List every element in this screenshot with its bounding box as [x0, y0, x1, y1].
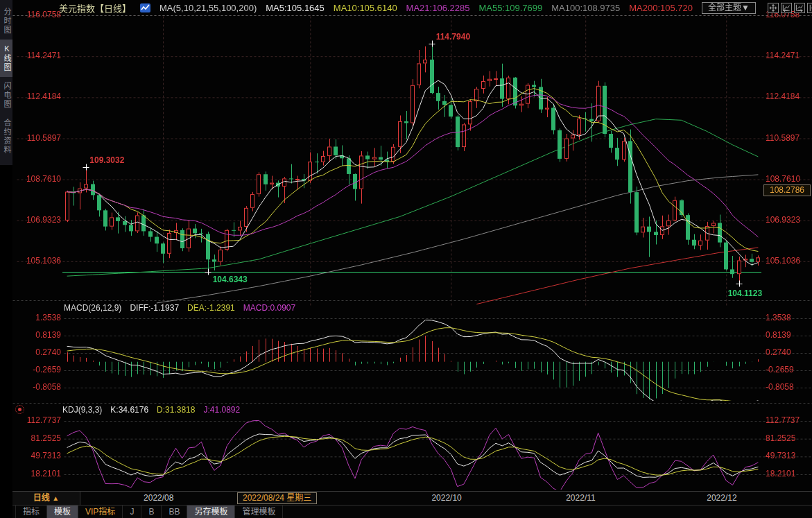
bottom-tab-bar: 指标模板VIP指标JBBB另存模板管理模板: [12, 505, 812, 518]
period-label: 日线: [33, 493, 50, 503]
ma-value-3: MA55:109.7699: [478, 3, 542, 13]
candlestick-chart-canvas[interactable]: [0, 0, 812, 491]
x-axis-date-2022/08: 2022/08: [144, 493, 173, 503]
period-arrow-icon: ▲: [52, 494, 59, 502]
bottom-tab-J[interactable]: J: [123, 506, 141, 518]
bottom-tab-BB[interactable]: BB: [162, 506, 187, 518]
x-axis-row: 日线 ▲ 2022/082022/102022/112022/122022/08…: [12, 491, 812, 506]
chart-header: 美元指数【日线】 MA(5,10,21,55,100,200) MA5:105.…: [12, 0, 812, 15]
ma-value-2: MA21:106.2285: [406, 3, 470, 13]
left-sidebar: 分时图K线图闪电图合约资料: [0, 0, 12, 518]
expand-x-axis-icon[interactable]: [794, 3, 805, 13]
pan-right-icon[interactable]: [807, 3, 812, 13]
ma-values-group: MA5:105.1645MA10:105.6140MA21:106.2285MA…: [266, 3, 693, 13]
line-chart-icon: [140, 3, 150, 12]
bottom-tab-另存模板[interactable]: 另存模板: [187, 506, 235, 518]
ma-value-5: MA200:105.720: [629, 3, 693, 13]
sidebar-item-闪电图[interactable]: 闪电图: [0, 77, 12, 114]
chart-tool-buttons: [768, 3, 812, 13]
x-axis-date-2022/12: 2022/12: [707, 493, 736, 503]
x-axis-highlighted-date: 2022/08/24 星期三: [237, 492, 317, 504]
sidebar-item-合约资料[interactable]: 合约资料: [0, 114, 12, 159]
bottom-tab-管理模板[interactable]: 管理模板: [235, 506, 283, 518]
ma-value-1: MA10:105.6140: [334, 3, 397, 13]
x-axis-date-2022/10: 2022/10: [431, 493, 461, 503]
bottom-tab-B[interactable]: B: [141, 506, 162, 518]
record-dot-icon[interactable]: [15, 405, 24, 414]
ma-settings-label: MA(5,10,21,55,100,200): [159, 3, 257, 13]
symbol-title: 美元指数【日线】: [59, 1, 131, 15]
bottom-tab-模板[interactable]: 模板: [47, 506, 78, 518]
compress-x-axis-icon[interactable]: [781, 3, 792, 13]
x-axis-date-2022/11: 2022/11: [566, 493, 596, 503]
ma-value-0: MA5:105.1645: [266, 3, 325, 13]
move-crosshair-icon[interactable]: [768, 3, 779, 13]
all-themes-button[interactable]: 全部主题▼: [702, 2, 756, 14]
sidebar-item-K线图[interactable]: K线图: [0, 40, 12, 77]
bottom-tab-指标[interactable]: 指标: [15, 506, 47, 518]
period-selector[interactable]: 日线 ▲: [12, 492, 80, 505]
trading-app-window: 分时图K线图闪电图合约资料 美元指数【日线】 MA(5,10,21,55,100…: [0, 0, 812, 518]
sidebar-item-分时图[interactable]: 分时图: [0, 3, 12, 40]
bottom-tab-VIP指标[interactable]: VIP指标: [78, 506, 123, 518]
ma-value-4: MA100:108.9735: [551, 3, 620, 13]
